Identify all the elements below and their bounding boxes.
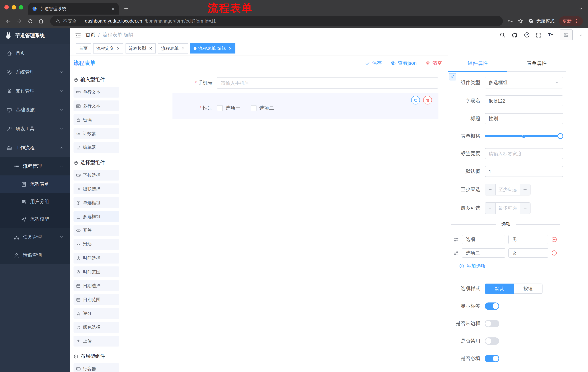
new-tab-button[interactable] bbox=[121, 3, 131, 13]
max-checked-value[interactable]: 最多可选 bbox=[496, 203, 520, 214]
remove-option-icon[interactable] bbox=[551, 237, 557, 242]
forward-button[interactable] bbox=[15, 16, 24, 26]
browser-tab[interactable]: 芋道管理系统 bbox=[28, 3, 119, 15]
grid-slider[interactable] bbox=[485, 131, 563, 141]
palette-item-select[interactable]: 下拉选择 bbox=[74, 170, 119, 181]
required-switch[interactable] bbox=[485, 355, 499, 362]
sidebar-item-home[interactable]: 首页 bbox=[0, 44, 70, 63]
tab-search-button[interactable] bbox=[578, 5, 583, 11]
palette-item-time-range[interactable]: 时间范围 bbox=[74, 266, 119, 277]
canvas-field-gender-selected[interactable]: 性别 选项一 选项二 bbox=[172, 93, 439, 119]
decrement-button[interactable] bbox=[485, 184, 496, 195]
gender-option-2[interactable]: 选项二 bbox=[251, 105, 274, 111]
canvas-field-phone[interactable]: 手机号 bbox=[172, 77, 443, 89]
tab-component-props[interactable]: 组件属性 bbox=[448, 55, 507, 71]
browser-update-button[interactable]: 更新 bbox=[559, 16, 583, 26]
tag-home[interactable]: 首页 bbox=[76, 43, 91, 53]
palette-item-single-text[interactable]: 单行文本 bbox=[74, 87, 119, 97]
sidebar-item-workflow[interactable]: 工作流程 bbox=[0, 138, 70, 157]
drag-handle-icon[interactable] bbox=[453, 250, 459, 256]
clear-button[interactable]: 清空 bbox=[425, 60, 442, 66]
palette-item-rate[interactable]: 评分 bbox=[74, 308, 119, 319]
key-icon[interactable] bbox=[507, 18, 513, 24]
tag-process-model[interactable]: 流程模型 bbox=[126, 43, 156, 53]
back-button[interactable] bbox=[4, 16, 13, 26]
drag-handle-icon[interactable] bbox=[453, 237, 459, 242]
chevron-down-icon[interactable] bbox=[579, 33, 583, 37]
field-name-input[interactable] bbox=[485, 95, 563, 106]
close-tab-icon[interactable] bbox=[111, 7, 115, 11]
border-switch[interactable] bbox=[485, 320, 499, 327]
slider-knob[interactable] bbox=[557, 133, 563, 139]
view-json-button[interactable]: 查看json bbox=[390, 60, 417, 66]
palette-item-cascader[interactable]: 级联选择 bbox=[74, 183, 119, 194]
breadcrumb-home[interactable]: 首页 bbox=[85, 32, 95, 38]
checkbox-icon[interactable] bbox=[251, 105, 256, 111]
sidebar-item-leave-query[interactable]: 请假查询 bbox=[0, 246, 70, 264]
increment-button[interactable] bbox=[520, 184, 530, 195]
home-button[interactable] bbox=[36, 16, 46, 26]
form-canvas[interactable]: 手机号 性别 bbox=[168, 71, 448, 372]
palette-item-radio-group[interactable]: 单选框组 bbox=[74, 197, 119, 208]
gender-option-1[interactable]: 选项一 bbox=[217, 105, 240, 111]
checkbox-icon[interactable] bbox=[217, 105, 223, 111]
minimize-window-button[interactable] bbox=[12, 5, 16, 10]
min-checked-stepper[interactable]: 至少应选 bbox=[485, 184, 531, 195]
decrement-button[interactable] bbox=[485, 203, 496, 214]
app-logo[interactable]: 芋道管理系统 bbox=[0, 28, 70, 44]
search-icon[interactable] bbox=[500, 32, 505, 38]
palette-item-checkbox-group[interactable]: 多选框组 bbox=[74, 211, 119, 222]
tag-process-form[interactable]: 流程表单 bbox=[158, 43, 188, 53]
tag-process-definition[interactable]: 流程定义 bbox=[93, 43, 123, 53]
palette-item-editor[interactable]: 编辑器 bbox=[74, 142, 119, 153]
github-icon[interactable] bbox=[512, 32, 518, 38]
phone-input[interactable] bbox=[217, 77, 438, 89]
sidebar-item-payment[interactable]: 支付管理 bbox=[0, 82, 70, 100]
help-icon[interactable] bbox=[524, 32, 530, 38]
form-create-link-badge[interactable] bbox=[449, 73, 456, 80]
palette-item-color-picker[interactable]: 颜色选择 bbox=[74, 322, 119, 333]
close-tag-icon[interactable] bbox=[116, 47, 120, 50]
palette-item-upload[interactable]: 上传 bbox=[74, 336, 119, 347]
close-tag-icon[interactable] bbox=[149, 47, 152, 50]
palette-item-time-picker[interactable]: 时间选择 bbox=[74, 253, 119, 264]
show-label-switch[interactable] bbox=[485, 302, 499, 310]
avatar[interactable] bbox=[560, 30, 573, 40]
style-button-button[interactable]: 按钮 bbox=[514, 284, 543, 294]
font-size-icon[interactable] bbox=[548, 32, 553, 38]
reload-button[interactable] bbox=[25, 16, 35, 26]
palette-item-date-range[interactable]: 日期范围 bbox=[74, 294, 119, 305]
label-width-input[interactable] bbox=[485, 148, 563, 159]
maximize-window-button[interactable] bbox=[19, 5, 23, 10]
fullscreen-icon[interactable] bbox=[536, 32, 541, 38]
sidebar-item-system[interactable]: 系统管理 bbox=[0, 63, 70, 82]
min-checked-value[interactable]: 至少应选 bbox=[496, 184, 520, 195]
bookmark-star-icon[interactable] bbox=[517, 18, 523, 24]
sidebar-item-process-mgmt[interactable]: 流程管理 bbox=[0, 157, 70, 175]
fold-sidebar-icon[interactable] bbox=[75, 32, 81, 38]
sidebar-item-infra[interactable]: 基础设施 bbox=[0, 100, 70, 119]
component-type-select[interactable]: 多选框组 bbox=[485, 77, 563, 88]
title-input[interactable] bbox=[485, 113, 563, 124]
close-window-button[interactable] bbox=[4, 5, 9, 10]
add-option-button[interactable]: 添加选项 bbox=[459, 263, 563, 269]
tag-process-form-edit[interactable]: 流程表单-编辑 bbox=[190, 43, 235, 53]
sidebar-item-process-model[interactable]: 流程模型 bbox=[0, 210, 70, 228]
close-tag-icon[interactable] bbox=[229, 47, 232, 50]
palette-item-slider[interactable]: 滑块 bbox=[74, 239, 119, 250]
palette-item-counter[interactable]: 计数器 bbox=[74, 128, 119, 139]
option-value-input[interactable] bbox=[508, 248, 548, 258]
max-checked-stepper[interactable]: 最多可选 bbox=[485, 202, 531, 214]
disabled-switch[interactable] bbox=[485, 337, 499, 345]
address-bar[interactable]: 不安全 dashboard.yudao.iocoder.cn/bpm/manag… bbox=[50, 16, 503, 26]
increment-button[interactable] bbox=[520, 203, 530, 214]
duplicate-field-button[interactable] bbox=[411, 96, 420, 105]
remove-option-icon[interactable] bbox=[551, 250, 557, 256]
close-tag-icon[interactable] bbox=[181, 47, 185, 50]
option-value-input[interactable] bbox=[508, 235, 548, 244]
palette-item-switch[interactable]: 开关 bbox=[74, 225, 119, 236]
option-label-input[interactable] bbox=[462, 235, 505, 244]
tab-form-props[interactable]: 表单属性 bbox=[507, 55, 566, 71]
sidebar-item-devtools[interactable]: 研发工具 bbox=[0, 119, 70, 138]
sidebar-item-user-group[interactable]: 用户分组 bbox=[0, 193, 70, 210]
